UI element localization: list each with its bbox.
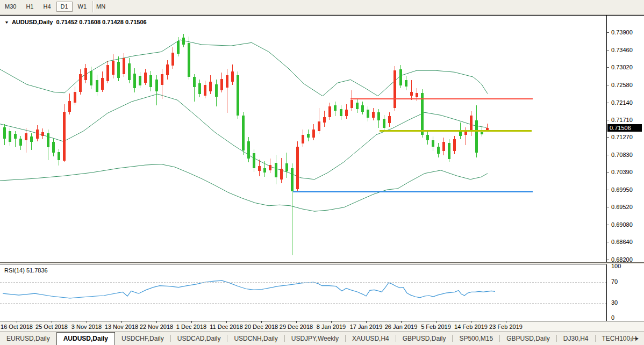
candle-body — [242, 116, 245, 150]
candle-body — [437, 147, 440, 154]
date-axis-label: 3 Nov 2018 — [71, 324, 102, 330]
price-axis-tick — [607, 155, 609, 155]
candle-body — [296, 147, 299, 189]
tab-gbpusd-daily[interactable]: GBPUSD,Daily — [396, 333, 453, 345]
price-axis-tick — [607, 67, 609, 68]
tab-usdcnh-daily[interactable]: USDCNH,Daily — [227, 333, 284, 345]
rsi-panel[interactable]: RSI(14) 51.7836 — [0, 264, 606, 321]
price-axis-label: 0.73020 — [611, 64, 633, 70]
tab-eurusd-daily[interactable]: EURUSD,Daily — [0, 333, 56, 345]
candle-body — [52, 142, 55, 153]
candle-body — [285, 163, 288, 171]
candle-body — [84, 68, 87, 80]
candle-body — [14, 134, 17, 139]
rsi-axis: 10070300 — [607, 264, 644, 320]
tab-usdjpy-weekly[interactable]: USDJPY,Weekly — [285, 333, 345, 345]
date-axis-tick — [52, 321, 52, 323]
tab-usdchf-daily[interactable]: USDCHF,Daily — [115, 333, 170, 345]
candle-body — [231, 71, 234, 82]
bollinger-upper-band — [0, 40, 488, 96]
chart-tab-bar: EURUSD,DailyAUDUSD,DailyUSDCHF,DailyUSDC… — [0, 332, 644, 345]
price-axis-label: 0.70390 — [611, 169, 633, 175]
candle-body — [334, 105, 337, 111]
price-axis-label: 0.73900 — [611, 29, 633, 35]
candle-body — [416, 93, 418, 97]
candle-body — [209, 82, 212, 91]
candle-body — [171, 53, 174, 66]
tab-scroll-left-icon[interactable]: ◂ — [629, 335, 636, 341]
candle-body — [383, 119, 385, 128]
candle-body — [318, 121, 320, 131]
candle-body — [253, 153, 255, 168]
candle-body — [302, 135, 304, 143]
rsi-axis-label: 0 — [611, 314, 614, 321]
price-axis-tick — [607, 172, 609, 172]
tab-sp500-m15[interactable]: SP500,M15 — [453, 333, 499, 345]
date-axis-tick — [191, 321, 192, 323]
candle-body — [481, 132, 483, 134]
price-axis-label: 0.69080 — [611, 221, 633, 228]
candle-body — [117, 62, 120, 78]
timeframe-button-m30[interactable]: M30 — [1, 2, 20, 12]
resistance-red-line[interactable] — [350, 98, 533, 99]
timeframe-button-mn[interactable]: MN — [92, 2, 110, 12]
candle-body — [399, 69, 402, 85]
candle-body — [139, 76, 141, 85]
date-axis[interactable]: 16 Oct 201825 Oct 20183 Nov 201813 Nov 2… — [0, 321, 644, 333]
candle-body — [328, 106, 331, 117]
candle-body — [96, 80, 98, 92]
date-axis-label: 22 Nov 2018 — [140, 324, 173, 330]
candle-body — [128, 63, 131, 80]
candle-body — [307, 134, 310, 138]
price-axis-label: 0.72580 — [611, 82, 633, 88]
candle-body — [263, 168, 266, 172]
date-axis-tick — [17, 321, 17, 323]
candle-body — [30, 136, 33, 142]
date-axis-tick — [436, 321, 437, 323]
candle-body — [3, 127, 6, 139]
tab-audusd-daily[interactable]: AUDUSD,Daily — [56, 332, 115, 345]
timeframe-button-h4[interactable]: H4 — [39, 2, 55, 12]
timeframe-button-d1[interactable]: D1 — [56, 2, 73, 12]
candle-body — [41, 132, 44, 136]
date-axis-label: 11 Dec 2018 — [210, 324, 243, 330]
main-chart-plot[interactable]: ▼AUDUSD,Daily 0.71452 0.71608 0.71428 0.… — [0, 16, 606, 262]
candle-body — [188, 43, 190, 77]
pivot-yellow-line[interactable] — [380, 130, 532, 132]
tab-usdcad-daily[interactable]: USDCAD,Daily — [171, 333, 227, 345]
bollinger-lower-band — [0, 164, 488, 212]
candle-body — [9, 131, 11, 142]
price-axis-label: 0.69950 — [611, 186, 633, 193]
timeframe-button-h1[interactable]: H1 — [22, 2, 38, 12]
symbol-dropdown-icon[interactable]: ▼ — [4, 20, 9, 25]
price-axis-label: 0.71710 — [611, 117, 633, 123]
date-axis-label: 13 Nov 2018 — [105, 324, 138, 330]
price-axis-label: 0.68640 — [611, 239, 633, 245]
candle-body — [464, 132, 467, 135]
tab-gbpusd-daily[interactable]: GBPUSD,Daily — [500, 333, 556, 345]
candle-body — [291, 168, 294, 191]
timeframe-button-w1[interactable]: W1 — [74, 2, 91, 12]
price-axis-tick — [607, 50, 609, 51]
mt4-window: M30H1H4D1W1MN ▼AUDUSD,Daily 0.71452 0.71… — [0, 0, 644, 345]
tab-xauusd-h4[interactable]: XAUUSD,H4 — [346, 333, 396, 345]
tab-dj30-h4[interactable]: DJ30,H4 — [557, 333, 595, 345]
candle-body — [220, 79, 223, 90]
candle-body — [393, 70, 396, 108]
candle-wick — [411, 80, 412, 100]
candle-body — [177, 41, 180, 54]
candle-body — [312, 130, 315, 138]
date-axis-label: 14 Feb 2019 — [454, 324, 488, 330]
date-axis-label: 23 Feb 2019 — [489, 324, 523, 330]
candle-body — [74, 92, 76, 103]
candle-body — [63, 112, 66, 161]
candle-wick — [482, 127, 482, 136]
candle-body — [166, 64, 169, 75]
date-axis-tick — [87, 321, 87, 323]
tab-scroll-right-icon[interactable]: ▸ — [635, 335, 642, 341]
candle-body — [356, 103, 359, 109]
support-blue-line[interactable] — [293, 191, 533, 192]
candle-body — [237, 75, 239, 116]
chart-window: ▼AUDUSD,Daily 0.71452 0.71608 0.71428 0.… — [0, 15, 644, 332]
candle-body — [372, 112, 375, 118]
